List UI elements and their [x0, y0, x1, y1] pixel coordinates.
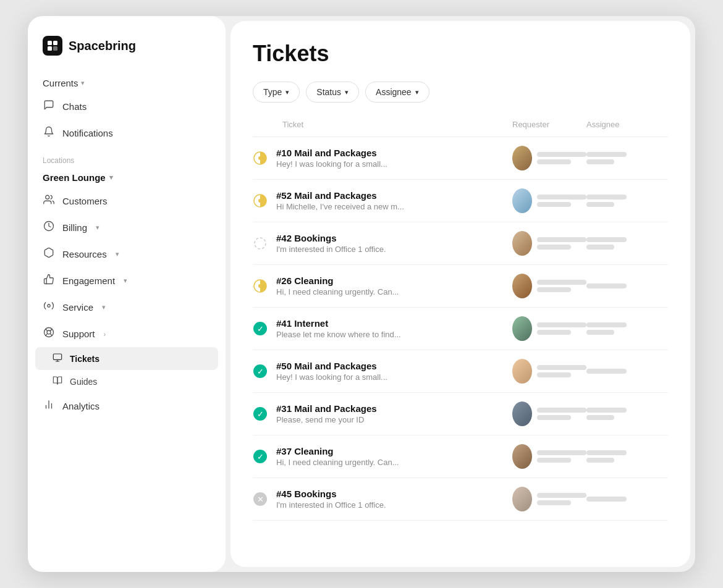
requester-line-1 — [537, 237, 586, 242]
ticket-preview: I'm interested in Office 1 office. — [276, 500, 386, 510]
type-chevron-icon: ▾ — [285, 88, 289, 96]
billing-chevron: ▾ — [96, 224, 99, 232]
ticket-info: #26 Cleaning Hi, I need cleaning urgentl… — [253, 275, 512, 296]
assignee-line-2 — [586, 159, 614, 164]
guides-icon — [53, 376, 62, 387]
type-filter-label: Type — [263, 87, 282, 97]
requester-cell — [512, 274, 586, 298]
ticket-preview: Hi, I need cleaning urgently. Can... — [276, 287, 399, 296]
chats-label: Chats — [62, 101, 87, 112]
status-done-icon: ✓ — [253, 364, 268, 379]
resources-icon — [43, 247, 55, 261]
ticket-row[interactable]: #42 Bookings I'm interested in Office 1 … — [253, 222, 668, 265]
assignee-filter-button[interactable]: Assignee ▾ — [365, 82, 429, 103]
currents-chevron: ▾ — [81, 79, 85, 87]
sidebar-item-notifications[interactable]: Notifications — [28, 120, 226, 146]
ticket-preview: Hi Michelle, I've received a new m... — [276, 202, 404, 211]
sidebar-item-resources[interactable]: Resources ▾ — [28, 241, 226, 267]
requester-cell — [512, 487, 586, 511]
ticket-info: ✓ #37 Cleaning Hi, I need cleaning urgen… — [253, 446, 512, 467]
sidebar-item-guides[interactable]: Guides — [28, 370, 226, 393]
ticket-row[interactable]: ✓ #37 Cleaning Hi, I need cleaning urgen… — [253, 435, 668, 478]
requester-line-2 — [537, 415, 571, 420]
requester-cell — [512, 359, 586, 384]
sidebar-item-billing[interactable]: Billing ▾ — [28, 214, 226, 241]
ticket-title: #52 Mail and Packages — [276, 190, 404, 201]
ticket-text: #31 Mail and Packages Please, send me yo… — [276, 403, 377, 424]
sidebar-item-analytics[interactable]: Analytics — [28, 393, 226, 419]
ticket-preview: Please, send me your ID — [276, 415, 377, 424]
requester-line-1 — [537, 365, 586, 370]
ticket-info: #10 Mail and Packages Hey! I was looking… — [253, 148, 512, 169]
requester-cell — [512, 146, 586, 170]
sidebar-item-tickets[interactable]: Tickets — [35, 347, 218, 370]
service-icon — [43, 300, 55, 314]
ticket-title: #10 Mail and Packages — [276, 148, 387, 158]
requester-line-1 — [537, 408, 586, 413]
sidebar-item-service[interactable]: Service ▾ — [28, 294, 226, 321]
requester-line-1 — [537, 195, 586, 200]
ticket-preview: Hey! I was looking for a small... — [276, 372, 387, 382]
tickets-icon — [53, 353, 62, 364]
ticket-text: #50 Mail and Packages Hey! I was looking… — [276, 361, 387, 382]
billing-label: Billing — [62, 222, 87, 233]
currents-nav[interactable]: Currents ▾ — [28, 73, 226, 93]
assignee-line-2 — [586, 415, 614, 420]
ticket-row[interactable]: ✕ #45 Bookings I'm interested in Office … — [253, 478, 668, 521]
status-cancelled-icon: ✕ — [253, 492, 268, 506]
analytics-icon — [43, 399, 55, 413]
svg-point-24 — [258, 199, 262, 203]
requester-line-2 — [537, 500, 571, 505]
sidebar-item-support[interactable]: Support › — [28, 321, 226, 347]
notifications-icon — [43, 126, 55, 140]
support-icon — [43, 327, 55, 341]
support-arrow: › — [104, 330, 106, 338]
requester-line-1 — [537, 322, 586, 327]
engagement-icon — [43, 274, 55, 288]
assignee-line-1 — [586, 408, 627, 413]
col-requester: Requester — [512, 120, 586, 129]
sidebar-item-chats[interactable]: Chats — [28, 93, 226, 120]
assignee-cell — [586, 408, 661, 420]
requester-line-1 — [537, 280, 586, 285]
sidebar-item-engagement[interactable]: Engagement ▾ — [28, 267, 226, 294]
app-container: Spacebring Currents ▾ Chats Not — [28, 16, 695, 572]
ticket-info: ✓ #31 Mail and Packages Please, send me … — [253, 403, 512, 424]
requester-name-placeholder — [537, 408, 586, 420]
ticket-text: #52 Mail and Packages Hi Michelle, I've … — [276, 190, 404, 211]
tickets-label: Tickets — [70, 354, 99, 364]
ticket-row[interactable]: ✓ #31 Mail and Packages Please, send me … — [253, 393, 668, 435]
location-selector[interactable]: Green Lounge ▾ — [28, 167, 226, 188]
svg-rect-1 — [48, 41, 52, 45]
sidebar-item-customers[interactable]: Customers — [28, 188, 226, 214]
avatar — [512, 231, 532, 256]
requester-name-placeholder — [537, 280, 586, 292]
avatar — [512, 274, 532, 298]
assignee-line-2 — [586, 202, 614, 207]
svg-point-25 — [255, 238, 266, 249]
svg-point-7 — [48, 304, 51, 308]
assignee-cell — [586, 195, 661, 207]
main-content: Tickets Type ▾ Status ▾ Assignee ▾ Ticke… — [230, 21, 690, 567]
type-filter-button[interactable]: Type ▾ — [253, 82, 300, 103]
assignee-line-1 — [586, 237, 627, 242]
ticket-row[interactable]: #26 Cleaning Hi, I need cleaning urgentl… — [253, 265, 668, 308]
ticket-row[interactable]: ✓ #41 Internet Please let me know where … — [253, 308, 668, 350]
ticket-title: #42 Bookings — [276, 233, 386, 243]
ticket-preview: Hey! I was looking for a small... — [276, 159, 387, 169]
ticket-row[interactable]: #10 Mail and Packages Hey! I was looking… — [253, 137, 668, 180]
requester-name-placeholder — [537, 365, 586, 377]
assignee-cell — [586, 284, 661, 288]
avatar — [512, 359, 532, 384]
status-half-icon — [253, 151, 268, 166]
tickets-list: #10 Mail and Packages Hey! I was looking… — [253, 137, 668, 521]
customers-icon — [43, 194, 55, 208]
ticket-row[interactable]: ✓ #50 Mail and Packages Hey! I was looki… — [253, 350, 668, 393]
status-filter-button[interactable]: Status ▾ — [306, 82, 359, 103]
ticket-preview: I'm interested in Office 1 office. — [276, 245, 386, 254]
ticket-row[interactable]: #52 Mail and Packages Hi Michelle, I've … — [253, 180, 668, 222]
requester-cell — [512, 231, 586, 256]
avatar — [512, 146, 532, 170]
assignee-line-1 — [586, 369, 627, 374]
requester-line-2 — [537, 245, 571, 250]
